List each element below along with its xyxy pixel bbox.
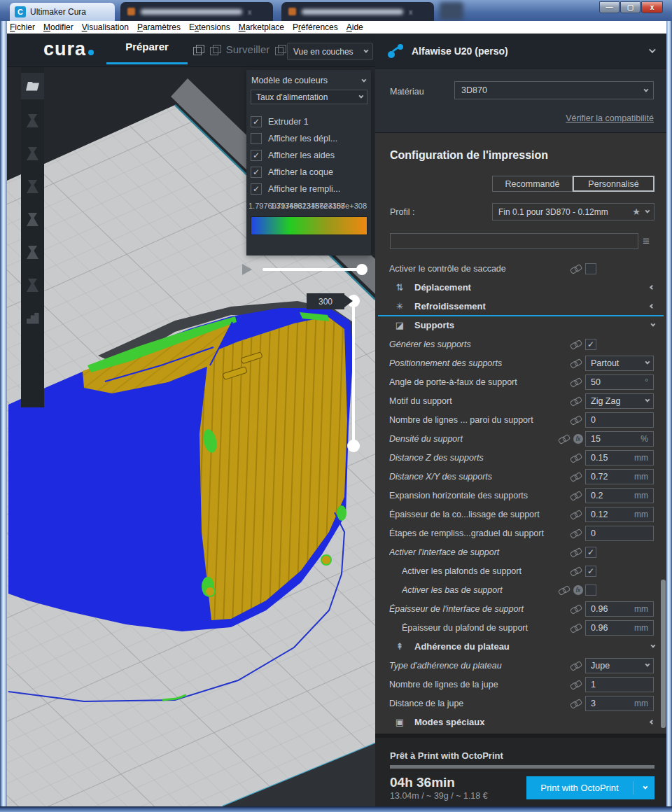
dropdown-positionnement[interactable]: Partout: [585, 356, 654, 371]
menu-visualisation[interactable]: Visualisation: [78, 22, 133, 32]
category-icon-deplacement: ⇅: [393, 282, 406, 293]
category-deplacement[interactable]: ⇅Déplacement: [375, 278, 666, 297]
layer-slider-track[interactable]: [352, 301, 355, 446]
input-angle-porte-a-faux[interactable]: 50°: [585, 374, 654, 390]
menu-préférences[interactable]: Préférences: [288, 22, 342, 32]
input-distance-xy[interactable]: 0.72mm: [585, 469, 654, 484]
tool-rotate-icon[interactable]: [24, 178, 41, 195]
checkbox-unchecked[interactable]: [251, 133, 262, 144]
setting-row-nb-lignes-jupe[interactable]: Nombre de lignes de la jupe1: [375, 675, 666, 694]
material-dropdown[interactable]: 3D870: [454, 81, 654, 99]
setting-row-generer-supports[interactable]: Générer les supports✓: [375, 335, 666, 354]
print-with-octoprint-button[interactable]: Print with OctoPrint: [526, 776, 654, 799]
setting-row-distance-xy[interactable]: Distance X/Y des supports0.72mm: [375, 467, 666, 486]
checkbox-checked[interactable]: ✓: [585, 339, 596, 350]
menu-paramètres[interactable]: Paramètres: [133, 22, 185, 32]
open-folder-icon: [26, 82, 39, 91]
chevron-down-icon[interactable]: [361, 77, 366, 82]
setting-menu-icon[interactable]: ≡: [643, 234, 650, 248]
close-button[interactable]: x: [641, 1, 663, 13]
maximize-button[interactable]: ▢: [620, 1, 640, 13]
setting-search-box[interactable]: [390, 233, 638, 249]
setting-row-distance-jupe[interactable]: Distance de la jupe3mm: [375, 694, 666, 713]
mode-custom-button[interactable]: Personnalisé: [573, 176, 654, 192]
setting-row-ep-plafond[interactable]: Épaisseur du plafond de support0.96mm: [375, 618, 666, 637]
printer-icon: [388, 44, 403, 58]
category-supports[interactable]: ◪Supports: [375, 316, 666, 335]
setting-row-angle-porte-a-faux[interactable]: Angle de porte-à-faux de support50°: [375, 372, 666, 391]
tool-scale-icon[interactable]: [24, 145, 41, 162]
checkbox-checked[interactable]: ✓: [585, 566, 596, 577]
simulation-slider-track[interactable]: [262, 268, 364, 271]
setting-row-densite-support[interactable]: Densité du supportfx15%: [375, 429, 666, 448]
setting-value: 0.15: [591, 453, 608, 463]
mode-recommended-button[interactable]: Recommandé: [492, 176, 573, 192]
input-nb-lignes-jupe[interactable]: 1: [585, 677, 654, 692]
menu-fichier[interactable]: Fichier: [6, 22, 39, 32]
menu-marketplace[interactable]: Marketplace: [234, 22, 288, 32]
checkbox-unchecked[interactable]: [585, 263, 596, 274]
dropdown-type-adherence[interactable]: Jupe: [585, 658, 654, 673]
title-bar[interactable]: C Ultimaker Cura x x — ▢ x: [0, 0, 672, 21]
setting-row-expansion-horizontale[interactable]: Expansion horizontale des supports0.2mm: [375, 486, 666, 505]
setting-row-distance-z[interactable]: Distance Z des supports0.15mm: [375, 448, 666, 467]
setting-row-interface-support[interactable]: Activer l'interface de support✓: [375, 542, 666, 561]
tool-support-blocker-icon[interactable]: [24, 276, 41, 294]
category-label: Supports: [414, 320, 642, 330]
menu-extensions[interactable]: Extensions: [185, 22, 234, 32]
input-distance-jupe[interactable]: 3mm: [585, 696, 654, 711]
checkbox-checked[interactable]: ✓: [251, 150, 262, 161]
tool-mirror-icon[interactable]: [24, 211, 41, 228]
minimize-button[interactable]: —: [599, 1, 620, 13]
simulation-play-button[interactable]: [242, 264, 252, 275]
setting-row-type-adherence[interactable]: Type d'adhérence du plateauJupe: [375, 656, 666, 675]
setting-value: 0.2: [591, 491, 603, 500]
tool-per-model-settings-icon[interactable]: [24, 244, 41, 261]
input-epaisseur-couche-lissage[interactable]: 0.12mm: [585, 507, 654, 522]
input-distance-z[interactable]: 0.15mm: [585, 450, 654, 465]
input-ep-interface[interactable]: 0.96mm: [585, 601, 654, 617]
setting-row-positionnement[interactable]: Positionnement des supportsPartout: [375, 354, 666, 372]
checkbox-checked[interactable]: ✓: [251, 116, 262, 127]
machine-selector[interactable]: Alfawise U20 (perso): [375, 34, 666, 69]
open-file-button[interactable]: [21, 73, 44, 99]
print-options-chevron[interactable]: [634, 786, 654, 790]
input-ep-plafond[interactable]: 0.96mm: [585, 620, 654, 636]
view-mode-dropdown[interactable]: Vue en couches: [287, 43, 373, 60]
setting-row-motif-support[interactable]: Motif du supportZig Zag: [375, 391, 666, 410]
layer-slider-lower-handle[interactable]: [347, 440, 360, 452]
profile-dropdown[interactable]: Fin 0.1 pour 3D870 - 0.12mm ★: [492, 203, 654, 220]
tab-monitor[interactable]: Surveiller: [211, 43, 284, 57]
setting-row-epaisseur-couche-lissage[interactable]: Épaisseur de la co...lissage de support0…: [375, 505, 666, 524]
setting-row-ep-interface[interactable]: Épaisseur de l'interface de support0.96m…: [375, 599, 666, 618]
compatibility-link[interactable]: Vérifier la compatibilité: [566, 113, 654, 123]
input-expansion-horizontale[interactable]: 0.2mm: [585, 488, 654, 503]
setting-control: ✓: [585, 566, 654, 577]
category-refroidissement[interactable]: ✳Refroidissement: [375, 297, 666, 316]
tool-mesh-steps-icon[interactable]: [24, 309, 41, 327]
color-scheme-dropdown[interactable]: Taux d'alimentation: [251, 90, 368, 104]
category-adherence[interactable]: ⇞Adhérence du plateau: [375, 637, 666, 656]
setting-row-etapes-remplissage[interactable]: Étapes de rempliss...graduel du support0: [375, 524, 666, 542]
setting-search-input[interactable]: [391, 234, 638, 248]
checkbox-checked[interactable]: ✓: [251, 183, 262, 195]
tab-prepare[interactable]: Préparer: [106, 41, 188, 52]
checkbox-checked[interactable]: ✓: [585, 547, 596, 558]
setting-row-nb-lignes-paroi[interactable]: Nombre de lignes ... paroi du support0: [375, 410, 666, 429]
tool-move-icon[interactable]: [24, 112, 41, 130]
setting-row-bas-support[interactable]: Activer les bas de supportfx: [375, 580, 666, 599]
function-icon: fx: [573, 434, 583, 444]
setting-row-plafonds-support[interactable]: Activer les plafonds de support✓: [375, 561, 666, 580]
settings-scrollbar[interactable]: [661, 580, 666, 728]
input-densite-support[interactable]: 15%: [585, 431, 654, 447]
menu-modifier[interactable]: Modifier: [39, 22, 78, 32]
input-etapes-remplissage[interactable]: 0: [585, 526, 654, 541]
checkbox-unchecked[interactable]: [585, 584, 596, 596]
simulation-slider-handle[interactable]: [356, 264, 368, 275]
checkbox-checked[interactable]: ✓: [251, 167, 262, 178]
category-modes-speciaux[interactable]: ▣Modes spéciaux: [375, 713, 666, 732]
input-nb-lignes-paroi[interactable]: 0: [585, 412, 654, 428]
dropdown-motif-support[interactable]: Zig Zag: [585, 393, 654, 409]
menu-aide[interactable]: Aide: [342, 22, 368, 32]
setting-row-jerk-control[interactable]: Activer le contrôle de saccade: [375, 259, 666, 278]
